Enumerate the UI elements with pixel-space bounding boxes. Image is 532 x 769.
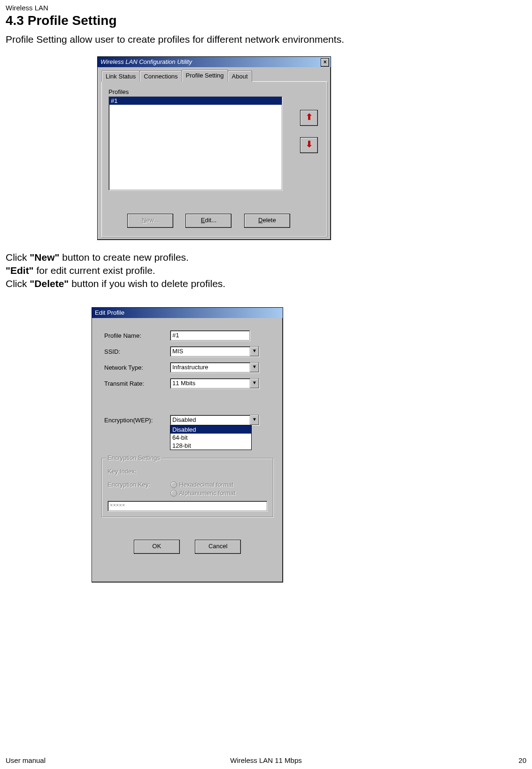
form-area: Profile Name: #1 SSID: MIS ▼ Network Typ… [92,318,283,435]
transmit-rate-label: Transmit Rate: [104,380,170,387]
tab-strip: Link StatusConnectionsProfile SettingAbo… [101,70,327,82]
chevron-down-icon[interactable]: ▼ [250,415,259,425]
encryption-settings-group: Encryption Settings Key Index: Encryptio… [101,458,273,517]
profiles-listbox[interactable]: #1 [108,96,282,190]
ssid-combo[interactable]: MIS ▼ [170,346,259,357]
wep-option-64[interactable]: 64-bit [170,434,251,442]
hex-radio [170,482,177,488]
encryption-key-field[interactable]: ××××× [108,501,267,511]
encryption-dropdown-list[interactable]: Disabled 64-bit 128-bit [170,425,252,450]
tab-panel: Profiles #1 ⬆ ⬇ New... Edit... Delete [101,82,327,237]
profiles-label: Profiles [108,88,320,95]
profile-name-field[interactable]: #1 [170,330,250,341]
dialog-title: Wireless LAN Configuration Utility [100,58,192,65]
intro-text: Profile Setting allow user to create pro… [6,34,344,45]
move-down-button[interactable]: ⬇ [300,137,318,153]
encryption-label: Encryption(WEP): [104,417,170,424]
edit-profile-dialog: Edit Profile Profile Name: #1 SSID: MIS … [92,307,283,583]
ssid-label: SSID: [104,348,170,355]
chevron-down-icon[interactable]: ▼ [250,379,259,388]
tab-about[interactable]: About [228,70,252,82]
encryption-key-label: Encryption Key: [108,481,169,488]
button-row: New... Edit... Delete [127,214,301,228]
close-icon[interactable]: × [321,58,329,67]
footer-center: Wireless LAN 11 Mbps [0,756,532,764]
tab-profile-setting[interactable]: Profile Setting [182,70,228,82]
tab-connections[interactable]: Connections [139,70,182,82]
cancel-button[interactable]: Cancel [195,540,241,554]
dialog-titlebar: Wireless LAN Configuration Utility × [98,57,331,67]
tab-link-status[interactable]: Link Status [101,70,140,82]
transmit-rate-combo[interactable]: 11 Mbits ▼ [170,378,259,388]
edit-button[interactable]: Edit... [185,214,231,228]
config-utility-dialog: Wireless LAN Configuration Utility × Lin… [97,56,331,240]
section-title: 4.3 Profile Setting [6,13,117,28]
ok-cancel-row: OK Cancel [92,540,283,554]
network-type-label: Network Type: [104,364,170,371]
chevron-down-icon[interactable]: ▼ [250,363,259,372]
wep-option-128[interactable]: 128-bit [170,442,251,450]
encryption-combo[interactable]: Disabled ▼ Disabled 64-bit 128-bit [170,415,259,425]
key-index-label: Key Index: [108,468,169,475]
group-title: Encryption Settings [106,454,162,461]
new-button[interactable]: New... [127,214,173,228]
wep-option-disabled[interactable]: Disabled [170,426,251,434]
instruction-text: Click "New" button to create new profile… [6,251,225,290]
delete-button[interactable]: Delete [244,214,290,228]
footer-right: 20 [518,756,526,764]
profile-name-label: Profile Name: [104,332,170,339]
edit-dialog-titlebar: Edit Profile [92,308,283,318]
edit-dialog-title: Edit Profile [95,309,124,316]
ok-button[interactable]: OK [134,540,180,554]
page-header: Wireless LAN [6,4,48,12]
hex-radio-label: Hexadecimal format [179,481,233,488]
move-up-button[interactable]: ⬆ [300,110,318,126]
network-type-combo[interactable]: Infrastructure ▼ [170,362,259,373]
alpha-radio [170,490,177,497]
list-item[interactable]: #1 [109,97,282,105]
alpha-radio-label: Alphanumeric format [179,489,235,497]
chevron-down-icon[interactable]: ▼ [250,347,259,356]
